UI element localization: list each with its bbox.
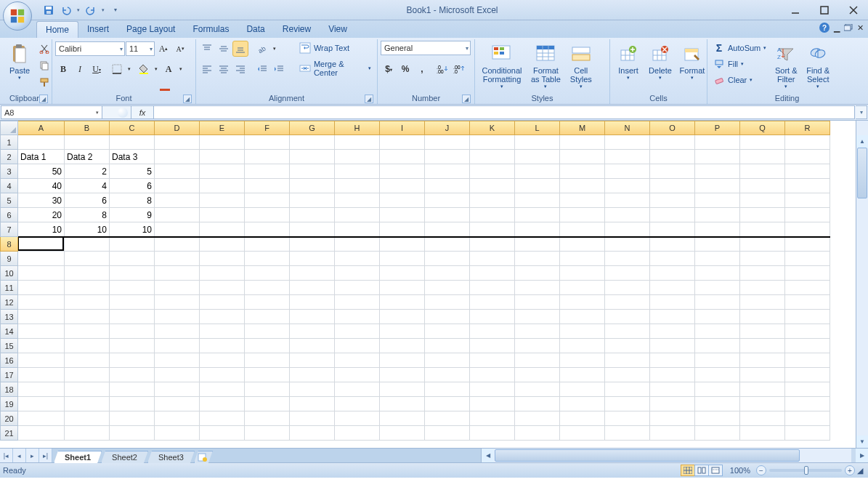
cell-L11[interactable]: [515, 281, 560, 295]
cell-A15[interactable]: [18, 339, 65, 353]
cell-E7[interactable]: [200, 222, 245, 237]
font-name-combo[interactable]: Calibri▾: [55, 41, 125, 56]
fill-color-button[interactable]: [136, 61, 152, 77]
sheet-tab-sheet2[interactable]: Sheet2: [101, 451, 148, 463]
copy-button[interactable]: [36, 57, 52, 73]
cell-C7[interactable]: 10: [110, 222, 155, 237]
cell-K20[interactable]: [470, 411, 515, 426]
cell-B12[interactable]: [65, 295, 110, 310]
column-header-P[interactable]: P: [695, 121, 740, 135]
cell-G14[interactable]: [290, 324, 335, 339]
cell-F8[interactable]: [245, 237, 290, 252]
cell-E16[interactable]: [200, 353, 245, 368]
cell-D6[interactable]: [155, 208, 200, 222]
cell-M6[interactable]: [560, 208, 605, 222]
cell-L15[interactable]: [515, 339, 560, 353]
cell-F1[interactable]: [245, 135, 290, 150]
cell-H5[interactable]: [335, 193, 380, 208]
cell-R6[interactable]: [785, 208, 830, 222]
cell-O7[interactable]: [650, 222, 695, 237]
cell-B4[interactable]: 4: [65, 179, 110, 193]
cell-D15[interactable]: [155, 339, 200, 353]
cell-D4[interactable]: [155, 179, 200, 193]
cell-B1[interactable]: [65, 135, 110, 150]
cell-O19[interactable]: [650, 397, 695, 411]
cell-B19[interactable]: [65, 397, 110, 411]
cell-O1[interactable]: [650, 135, 695, 150]
cell-P9[interactable]: [695, 252, 740, 266]
ribbon-tab-insert[interactable]: Insert: [78, 21, 118, 38]
cell-K11[interactable]: [470, 281, 515, 295]
cell-K1[interactable]: [470, 135, 515, 150]
cell-J19[interactable]: [425, 397, 470, 411]
cell-Q16[interactable]: [740, 353, 785, 368]
column-header-O[interactable]: O: [650, 121, 695, 135]
row-header-10[interactable]: 10: [0, 266, 18, 281]
cell-N20[interactable]: [605, 411, 650, 426]
row-header-9[interactable]: 9: [0, 252, 18, 266]
row-header-4[interactable]: 4: [0, 179, 18, 193]
window-maximize-button[interactable]: [810, 2, 839, 18]
cell-B9[interactable]: [65, 252, 110, 266]
cell-J13[interactable]: [425, 310, 470, 324]
row-header-7[interactable]: 7: [0, 222, 18, 237]
vertical-scroll-thumb[interactable]: [857, 148, 867, 198]
mdi-minimize-button[interactable]: ▁: [834, 23, 840, 33]
align-right-button[interactable]: [232, 61, 248, 77]
cell-H18[interactable]: [335, 382, 380, 397]
cell-E17[interactable]: [200, 368, 245, 382]
cell-L9[interactable]: [515, 252, 560, 266]
cell-N18[interactable]: [605, 382, 650, 397]
cell-L13[interactable]: [515, 310, 560, 324]
cell-N2[interactable]: [605, 150, 650, 164]
cell-N6[interactable]: [605, 208, 650, 222]
cell-K17[interactable]: [470, 368, 515, 382]
cell-N21[interactable]: [605, 426, 650, 441]
normal-view-button[interactable]: [681, 465, 695, 476]
align-center-button[interactable]: [216, 61, 232, 77]
select-all-button[interactable]: [0, 121, 18, 135]
cell-F16[interactable]: [245, 353, 290, 368]
cell-I8[interactable]: [380, 237, 425, 252]
sheet-nav-next[interactable]: ▸: [26, 449, 39, 462]
cell-B20[interactable]: [65, 411, 110, 426]
cell-M8[interactable]: [560, 237, 605, 252]
cell-E8[interactable]: [200, 237, 245, 252]
cell-M17[interactable]: [560, 368, 605, 382]
cell-E11[interactable]: [200, 281, 245, 295]
cell-I13[interactable]: [380, 310, 425, 324]
row-header-6[interactable]: 6: [0, 208, 18, 222]
cell-N19[interactable]: [605, 397, 650, 411]
cell-A14[interactable]: [18, 324, 65, 339]
cell-R7[interactable]: [785, 222, 830, 237]
ribbon-tab-review[interactable]: Review: [274, 21, 320, 38]
cell-D17[interactable]: [155, 368, 200, 382]
cell-M14[interactable]: [560, 324, 605, 339]
cell-R2[interactable]: [785, 150, 830, 164]
cell-M4[interactable]: [560, 179, 605, 193]
cell-O17[interactable]: [650, 368, 695, 382]
cell-Q21[interactable]: [740, 426, 785, 441]
cell-H11[interactable]: [335, 281, 380, 295]
cell-P11[interactable]: [695, 281, 740, 295]
cell-M1[interactable]: [560, 135, 605, 150]
cell-F13[interactable]: [245, 310, 290, 324]
cell-I12[interactable]: [380, 295, 425, 310]
cell-M12[interactable]: [560, 295, 605, 310]
cell-Q3[interactable]: [740, 164, 785, 179]
cell-F15[interactable]: [245, 339, 290, 353]
cell-N5[interactable]: [605, 193, 650, 208]
sheet-tab-sheet1[interactable]: Sheet1: [54, 451, 102, 463]
cell-G5[interactable]: [290, 193, 335, 208]
autosum-button[interactable]: ΣAutoSum▾: [710, 41, 769, 55]
cell-N15[interactable]: [605, 339, 650, 353]
cell-I19[interactable]: [380, 397, 425, 411]
cell-Q10[interactable]: [740, 266, 785, 281]
zoom-slider[interactable]: [769, 469, 842, 472]
cell-J17[interactable]: [425, 368, 470, 382]
cell-Q15[interactable]: [740, 339, 785, 353]
cell-H4[interactable]: [335, 179, 380, 193]
cell-F12[interactable]: [245, 295, 290, 310]
cell-O18[interactable]: [650, 382, 695, 397]
cell-C6[interactable]: 9: [110, 208, 155, 222]
